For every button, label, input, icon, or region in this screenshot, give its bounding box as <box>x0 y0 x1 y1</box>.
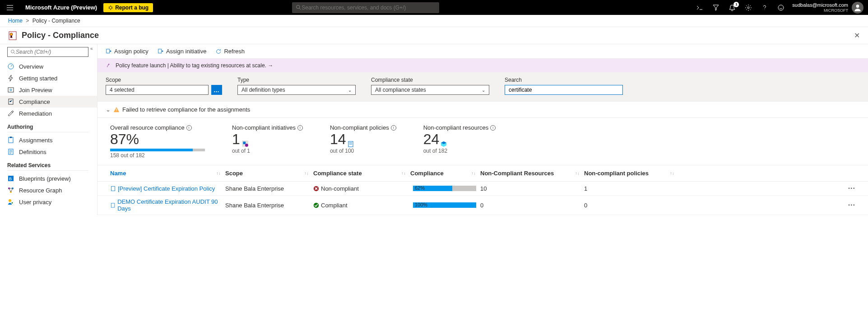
sidebar-item-join-preview[interactable]: Join Preview <box>7 84 97 96</box>
row-state: Non-compliant <box>313 185 410 192</box>
preview-icon <box>7 86 14 94</box>
stat-value: 14 <box>330 131 346 148</box>
sidebar-item-definitions[interactable]: Definitions <box>7 146 97 158</box>
hamburger-menu[interactable] <box>5 2 15 13</box>
chevron-down-icon[interactable]: ⌄ <box>106 106 111 113</box>
sidebar-item-remediation[interactable]: Remediation <box>7 108 97 119</box>
svg-point-0 <box>109 6 112 9</box>
info-icon[interactable]: i <box>391 125 396 131</box>
assign-policy-label: Assign policy <box>114 48 149 55</box>
directory-filter-icon[interactable] <box>712 4 720 12</box>
row-more-button[interactable]: ··· <box>848 201 855 209</box>
assignment-link[interactable]: [Preview] Certificate Expiration Policy <box>118 185 215 192</box>
stat-label: Non-compliant policies <box>330 124 389 131</box>
scope-more-button[interactable]: … <box>211 85 222 95</box>
assign-icon <box>158 48 164 55</box>
stat-sub: out of 1 <box>232 148 303 154</box>
chevron-down-icon: ⌄ <box>482 88 485 93</box>
sidebar-collapse-icon[interactable]: « <box>90 46 93 51</box>
state-label: Compliance state <box>371 77 489 83</box>
sort-icon[interactable]: ↑↓ <box>471 171 476 176</box>
blueprints-icon: B <box>7 175 14 182</box>
row-compliance: 62% <box>410 186 480 191</box>
sidebar-item-compliance[interactable]: Compliance <box>0 96 97 108</box>
sort-icon[interactable]: ↑↓ <box>670 171 674 176</box>
assign-icon <box>106 48 112 55</box>
info-icon[interactable]: i <box>490 125 496 131</box>
sidebar-item-assignments[interactable]: Assignments <box>7 134 97 146</box>
stat-value: 87% <box>110 131 205 148</box>
global-search-input[interactable] <box>302 5 436 11</box>
stat-value: 24 <box>423 131 440 148</box>
stat-ncr: Non-compliant resources i 24 out of 182 <box>423 124 496 159</box>
stat-sub: 158 out of 182 <box>110 152 205 159</box>
stat-nci: Non-compliant initiatives i 1 out of 1 <box>232 124 303 159</box>
sidebar-item-getting-started[interactable]: Getting started <box>7 72 97 84</box>
sidebar-item-user-privacy[interactable]: User privacy <box>7 196 97 208</box>
sidebar-search[interactable] <box>7 47 88 57</box>
col-state[interactable]: Compliance state <box>313 170 362 177</box>
col-ncp[interactable]: Non-compliant policies <box>584 170 649 177</box>
warning-text: Failed to retrieve compliance for the as… <box>122 106 250 113</box>
sidebar-label: Getting started <box>19 75 57 82</box>
notifications-icon[interactable]: 1 <box>728 4 736 12</box>
scope-picker[interactable]: 4 selected <box>106 85 209 95</box>
refresh-button[interactable]: Refresh <box>215 48 245 55</box>
assign-initiative-button[interactable]: Assign initiative <box>158 48 207 55</box>
filter-search-input[interactable] <box>505 85 623 95</box>
stat-label: Non-compliant resources <box>423 124 489 131</box>
col-comp[interactable]: Compliance <box>410 170 444 177</box>
type-select[interactable]: All definition types ⌄ <box>237 85 356 95</box>
sidebar-item-blueprints[interactable]: B Blueprints (preview) <box>7 173 97 184</box>
remediation-icon <box>7 110 14 117</box>
help-icon[interactable] <box>761 4 769 12</box>
avatar[interactable] <box>852 2 863 14</box>
sidebar-label: Compliance <box>19 98 50 105</box>
notification-badge: 1 <box>733 2 739 7</box>
info-icon[interactable]: i <box>297 125 303 131</box>
report-bug-button[interactable]: Report a bug <box>103 3 153 12</box>
close-button[interactable]: ✕ <box>854 31 860 40</box>
row-scope: Shane Bala Enterprise <box>225 185 313 192</box>
col-ncr[interactable]: Non-Compliant Resources <box>480 170 554 177</box>
resource-icon <box>440 140 447 148</box>
user-info[interactable]: sudbalas@microsoft.com MICROSOFT <box>792 2 848 13</box>
graph-icon <box>7 187 14 194</box>
settings-icon[interactable] <box>744 4 752 12</box>
stat-value: 1 <box>232 131 240 148</box>
svg-rect-28 <box>111 203 115 207</box>
row-ncr: 10 <box>480 185 584 192</box>
svg-rect-9 <box>8 88 14 92</box>
page-title: Policy - Compliance <box>22 31 854 40</box>
assignments-icon <box>7 136 14 144</box>
sort-icon[interactable]: ↑↓ <box>216 171 221 176</box>
cloud-shell-icon[interactable] <box>696 4 704 12</box>
info-icon[interactable]: i <box>186 125 192 131</box>
row-more-button[interactable]: ··· <box>848 184 855 192</box>
feedback-icon[interactable] <box>777 4 785 12</box>
row-compliance: 100% <box>410 202 480 208</box>
global-search[interactable] <box>292 2 439 13</box>
state-select[interactable]: All compliance states ⌄ <box>371 85 489 95</box>
sort-icon[interactable]: ↑↓ <box>575 171 580 176</box>
feature-notice[interactable]: Policy feature launch | Ability to tag e… <box>97 59 868 72</box>
assign-policy-button[interactable]: Assign policy <box>106 48 149 55</box>
svg-rect-23 <box>243 142 246 145</box>
assignment-link[interactable]: DEMO Certificate Expiration AUDIT 90 Day… <box>117 198 225 212</box>
row-ncp: 0 <box>584 202 679 209</box>
breadcrumb-home[interactable]: Home <box>8 18 23 24</box>
tenant-label: MICROSOFT <box>792 8 848 13</box>
row-state: Compliant <box>313 202 410 209</box>
sidebar-item-resource-graph[interactable]: Resource Graph <box>7 184 97 196</box>
col-name[interactable]: Name <box>110 170 126 177</box>
col-scope[interactable]: Scope <box>225 170 243 177</box>
compliance-icon <box>7 98 14 105</box>
sort-icon[interactable]: ↑↓ <box>401 171 406 176</box>
svg-point-29 <box>314 202 319 207</box>
svg-rect-12 <box>9 137 13 143</box>
sidebar-search-input[interactable] <box>16 49 85 55</box>
sort-icon[interactable]: ↑↓ <box>304 171 309 176</box>
sidebar-item-overview[interactable]: Overview <box>7 61 97 72</box>
search-icon <box>296 5 302 10</box>
initiative-icon <box>241 140 249 148</box>
